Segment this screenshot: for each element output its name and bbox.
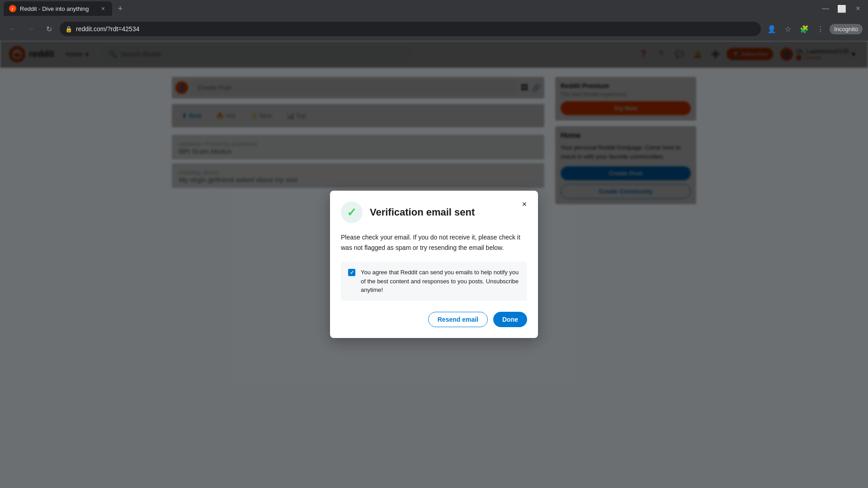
- tab-favicon: r: [9, 5, 16, 12]
- browser-titlebar: r Reddit - Dive into anything × + — ⬜ ×: [0, 0, 868, 17]
- page-content: reddit Home ▾ 🔍 ❓ 🎖 💬 🔔 ➕ 📢: [0, 41, 868, 488]
- browser-toolbar: ← → ↻ 🔒 reddit.com/?rdt=42534 👤 ☆ 🧩 ⋮ In…: [0, 17, 868, 41]
- modal-close-button[interactable]: ×: [518, 198, 531, 211]
- incognito-badge: Incognito: [830, 24, 863, 34]
- refresh-button[interactable]: ↻: [42, 22, 56, 36]
- minimize-button[interactable]: —: [819, 2, 832, 15]
- browser-tab[interactable]: r Reddit - Dive into anything ×: [4, 1, 112, 16]
- lock-icon: 🔒: [65, 26, 72, 33]
- menu-icon[interactable]: ⋮: [813, 22, 828, 36]
- consent-checkbox[interactable]: ✓: [348, 269, 355, 276]
- resend-email-button[interactable]: Resend email: [428, 312, 488, 327]
- new-tab-button[interactable]: +: [114, 2, 127, 15]
- forward-button[interactable]: →: [24, 22, 38, 36]
- maximize-button[interactable]: ⬜: [835, 2, 848, 15]
- window-controls: — ⬜ ×: [819, 2, 864, 15]
- extension-icon[interactable]: 🧩: [797, 22, 811, 36]
- consent-box: ✓ You agree that Reddit can send you ema…: [341, 262, 527, 301]
- modal-body-text: Please check your email. If you do not r…: [341, 232, 527, 253]
- tab-close-button[interactable]: ×: [99, 5, 107, 12]
- browser-frame: r Reddit - Dive into anything × + — ⬜ × …: [0, 0, 868, 488]
- checkmark-icon: ✓: [347, 206, 357, 220]
- consent-text: You agree that Reddit can send you email…: [361, 268, 520, 295]
- modal-title: Verification email sent: [370, 206, 475, 218]
- toolbar-actions: 👤 ☆ 🧩 ⋮ Incognito: [764, 22, 863, 36]
- modal-overlay[interactable]: × ✓ Verification email sent Please check…: [0, 41, 868, 488]
- done-button[interactable]: Done: [493, 312, 527, 327]
- checkbox-checkmark: ✓: [350, 270, 354, 276]
- modal-header: ✓ Verification email sent: [341, 202, 527, 223]
- tab-title: Reddit - Dive into anything: [20, 5, 96, 12]
- check-icon-circle: ✓: [341, 202, 363, 223]
- address-bar[interactable]: 🔒 reddit.com/?rdt=42534: [60, 22, 761, 36]
- verification-modal: × ✓ Verification email sent Please check…: [330, 191, 538, 338]
- back-button[interactable]: ←: [5, 22, 20, 36]
- star-icon[interactable]: ☆: [781, 22, 795, 36]
- close-icon: ×: [522, 200, 527, 209]
- profile-icon[interactable]: 👤: [764, 22, 779, 36]
- address-text: reddit.com/?rdt=42534: [76, 25, 755, 33]
- close-window-button[interactable]: ×: [852, 2, 864, 15]
- modal-actions: Resend email Done: [341, 312, 527, 327]
